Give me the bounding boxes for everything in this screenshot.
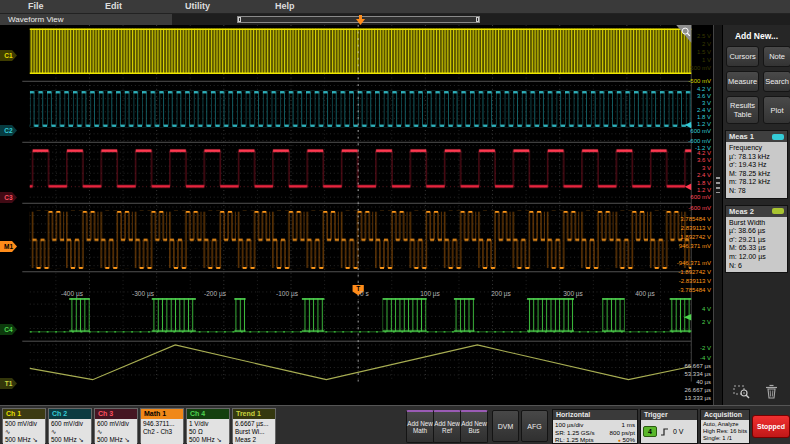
add-new-bus-button[interactable]: Add New Bus bbox=[460, 410, 488, 443]
x-axis-label: -100 µs bbox=[273, 290, 301, 297]
ch4-badge[interactable]: Ch 4 1 V/div 50 Ω 500 MHz ↘ bbox=[186, 408, 230, 443]
meas1-stat: µ': 78.13 kHz bbox=[729, 153, 784, 162]
horizontal-panel[interactable]: Horizontal 100 µs/div1 ms SR: 1.25 GS/s8… bbox=[552, 409, 638, 444]
meas2-body: Burst Width µ': 38.66 µs σ': 29.21 µs M:… bbox=[726, 217, 787, 273]
ch2-waveform bbox=[30, 91, 691, 128]
ch2-scale-label: 1.2 V bbox=[697, 121, 711, 128]
trigger-panel[interactable]: Trigger 4 0 V bbox=[640, 409, 698, 444]
dvm-button[interactable]: DVM bbox=[492, 410, 519, 442]
ch4-termination: 50 Ω bbox=[189, 428, 227, 436]
waveform-display[interactable]: T bbox=[0, 25, 722, 405]
search-button[interactable]: Search bbox=[763, 71, 790, 92]
add-new-title: Add New... bbox=[723, 31, 790, 41]
ch1-scale-label: 2.5 V bbox=[697, 33, 711, 40]
ch1-badge[interactable]: Ch 1 500 mV/div ∿ 500 MHz ↘ bbox=[2, 408, 46, 443]
ch3-scale-label: 3.6 V bbox=[697, 157, 711, 164]
x-axis-label: -200 µs bbox=[201, 290, 229, 297]
waveform-area: T C1 C2 C3 M1 C4 T1 2.5 V 2 V 1.5 V 1 V … bbox=[0, 25, 722, 405]
oscilloscope-app: File Edit Utility Help Waveform View bbox=[0, 0, 790, 444]
trend1-badge[interactable]: Trend 1 6.6667 µs... Burst Wi... Meas 2 bbox=[232, 408, 276, 443]
meas1-panel[interactable]: Meas 1 Frequency µ': 78.13 kHz σ': 19.43… bbox=[725, 130, 788, 199]
overview-right-bracket bbox=[476, 17, 479, 22]
ch2-badge[interactable]: Ch 2 600 mV/div ∿ 500 MHz ↘ bbox=[48, 408, 92, 443]
math1-badge[interactable]: Math 1 946.3711... Ch2 - Ch3 bbox=[140, 408, 184, 443]
coupling-icon: ∿ bbox=[51, 428, 56, 435]
menu-file[interactable]: File bbox=[28, 1, 44, 11]
cursors-button[interactable]: Cursors bbox=[726, 46, 759, 67]
ch3-badge[interactable]: Ch 3 600 mV/div ∿ 500 MHz ↘ bbox=[94, 408, 138, 443]
ch4-waveform bbox=[30, 298, 691, 332]
horizontal-window: 1 ms bbox=[622, 421, 635, 429]
meas1-source-badge bbox=[772, 134, 784, 140]
tab-bar: Waveform View bbox=[0, 14, 790, 25]
menu-help[interactable]: Help bbox=[275, 1, 295, 11]
meas1-body: Frequency µ': 78.13 kHz σ': 19.43 Hz M: … bbox=[726, 142, 787, 198]
trigger-position-marker[interactable] bbox=[356, 15, 365, 25]
ch3-badge-label: Ch 3 bbox=[95, 409, 137, 419]
ch1-scale-label: 1 V bbox=[702, 57, 711, 64]
bandwidth-icon: ↘ bbox=[32, 436, 37, 443]
ch2-scale: 600 mV/div bbox=[51, 420, 89, 428]
ch3-scale: 600 mV/div bbox=[97, 420, 135, 428]
ch1-scale-label: 2 V bbox=[702, 41, 711, 48]
tab-waveform-view[interactable]: Waveform View bbox=[0, 14, 172, 25]
rising-edge-icon bbox=[660, 427, 670, 437]
sample-rate: SR: 1.25 GS/s bbox=[555, 429, 595, 437]
plot-button[interactable]: Plot bbox=[763, 96, 790, 124]
meas2-source-badge bbox=[772, 208, 784, 214]
meas2-name: Burst Width bbox=[729, 219, 784, 228]
math-scale-label: 2.839113 V bbox=[681, 225, 711, 232]
ch1-bandwidth: 500 MHz bbox=[5, 436, 31, 443]
ch1-scale: 500 mV/div bbox=[5, 420, 43, 428]
math-scale-label: -946.371 mV bbox=[677, 260, 711, 267]
measure-button[interactable]: Measure bbox=[726, 71, 759, 92]
trigger-source-badge: 4 bbox=[643, 426, 657, 437]
trend-scale-label: 40 µs bbox=[696, 379, 711, 386]
math-scale-label: -1.892742 V bbox=[678, 269, 711, 276]
ch2-scale-label: 2.4 V bbox=[697, 107, 711, 114]
note-button[interactable]: Note bbox=[763, 46, 790, 67]
results-sidebar: Add New... Cursors Note Measure Search R… bbox=[722, 25, 790, 405]
bandwidth-icon: ↘ bbox=[124, 436, 129, 443]
trash-icon[interactable] bbox=[765, 384, 778, 399]
ch3-bandwidth: 500 MHz bbox=[97, 436, 123, 443]
ch3-scale-label: -600 mV bbox=[688, 205, 711, 212]
math1-scale: 946.3711... bbox=[143, 420, 181, 428]
afg-button[interactable]: AFG bbox=[521, 410, 548, 442]
menu-utility[interactable]: Utility bbox=[185, 1, 210, 11]
run-stop-button[interactable]: Stopped bbox=[752, 415, 790, 438]
acquisition-panel[interactable]: Acquisition Auto, Analyze High Res: 16 b… bbox=[700, 409, 750, 444]
panel-divider[interactable] bbox=[713, 25, 722, 405]
bandwidth-icon: ↘ bbox=[216, 436, 221, 443]
ch1-scale-label: -500 mV bbox=[688, 78, 711, 85]
math1-expression: Ch2 - Ch3 bbox=[143, 428, 181, 436]
coupling-icon: ∿ bbox=[97, 428, 102, 435]
meas2-panel[interactable]: Meas 2 Burst Width µ': 38.66 µs σ': 29.2… bbox=[725, 205, 788, 274]
zoom-select-icon[interactable] bbox=[733, 384, 751, 399]
ch4-scale: 1 V/div bbox=[189, 420, 227, 428]
ch2-scale-label: 3 V bbox=[702, 100, 711, 107]
overview-left-bracket bbox=[238, 17, 241, 22]
results-table-button[interactable]: Results Table bbox=[726, 96, 759, 124]
trend-scale-label: 53.334 µs bbox=[685, 371, 711, 378]
ch4-bandwidth: 500 MHz bbox=[189, 436, 215, 443]
trend1-scale: 6.6667 µs... bbox=[235, 420, 273, 428]
horizontal-overview-bar[interactable] bbox=[237, 16, 480, 23]
x-axis-label: -300 µs bbox=[129, 290, 157, 297]
ch1-waveform bbox=[30, 29, 691, 74]
ch2-bandwidth: 500 MHz bbox=[51, 436, 77, 443]
ch4-badge-label: Ch 4 bbox=[187, 409, 229, 419]
bottom-bar: Ch 1 500 mV/div ∿ 500 MHz ↘ Ch 2 600 mV/… bbox=[0, 405, 790, 444]
menu-edit[interactable]: Edit bbox=[105, 1, 122, 11]
menu-bar: File Edit Utility Help bbox=[0, 0, 790, 14]
horizontal-title: Horizontal bbox=[553, 410, 637, 420]
meas2-stat: m: 12.00 µs bbox=[729, 253, 784, 262]
horizontal-position: 50% bbox=[623, 436, 635, 443]
add-new-math-button[interactable]: Add New Math bbox=[406, 410, 434, 443]
add-new-ref-button[interactable]: Add New Ref bbox=[433, 410, 461, 443]
trend1-meas: Meas 2 bbox=[235, 436, 273, 444]
coupling-icon: ∿ bbox=[5, 428, 10, 435]
acquisition-mode: Auto, Analyze bbox=[703, 421, 747, 428]
math-waveform bbox=[30, 211, 691, 269]
trend1-badge-label: Trend 1 bbox=[233, 409, 275, 419]
